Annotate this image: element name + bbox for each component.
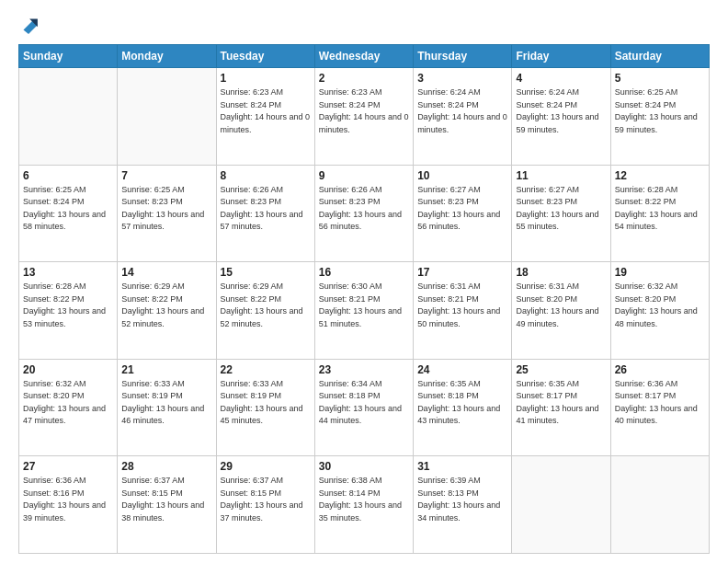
calendar-cell: 20Sunrise: 6:32 AMSunset: 8:20 PMDayligh… — [19, 359, 118, 456]
day-info: Sunrise: 6:27 AMSunset: 8:23 PMDaylight:… — [417, 184, 507, 234]
calendar-week-3: 20Sunrise: 6:32 AMSunset: 8:20 PMDayligh… — [19, 359, 710, 456]
calendar-cell: 24Sunrise: 6:35 AMSunset: 8:18 PMDayligh… — [414, 359, 512, 456]
day-info: Sunrise: 6:26 AMSunset: 8:23 PMDaylight:… — [221, 184, 311, 234]
calendar-cell: 7Sunrise: 6:25 AMSunset: 8:23 PMDaylight… — [118, 165, 216, 262]
calendar-header-friday: Friday — [512, 45, 610, 68]
day-number: 29 — [221, 460, 311, 473]
calendar-cell: 4Sunrise: 6:24 AMSunset: 8:24 PMDaylight… — [512, 68, 610, 166]
calendar-cell — [512, 456, 610, 554]
calendar-cell: 9Sunrise: 6:26 AMSunset: 8:23 PMDaylight… — [314, 165, 413, 262]
logo-icon — [18, 15, 39, 35]
calendar-header-sunday: Sunday — [19, 45, 118, 68]
calendar-header-tuesday: Tuesday — [216, 45, 314, 68]
day-number: 21 — [121, 363, 211, 376]
calendar-cell: 29Sunrise: 6:37 AMSunset: 8:15 PMDayligh… — [216, 456, 314, 554]
day-number: 13 — [23, 266, 113, 279]
day-info: Sunrise: 6:29 AMSunset: 8:22 PMDaylight:… — [221, 281, 311, 330]
day-info: Sunrise: 6:31 AMSunset: 8:21 PMDaylight:… — [417, 281, 507, 330]
day-info: Sunrise: 6:24 AMSunset: 8:24 PMDaylight:… — [417, 86, 507, 136]
day-info: Sunrise: 6:36 AMSunset: 8:16 PMDaylight:… — [23, 475, 113, 524]
calendar-cell: 22Sunrise: 6:33 AMSunset: 8:19 PMDayligh… — [216, 359, 314, 456]
day-info: Sunrise: 6:28 AMSunset: 8:22 PMDaylight:… — [615, 184, 705, 234]
calendar-week-4: 27Sunrise: 6:36 AMSunset: 8:16 PMDayligh… — [19, 456, 710, 554]
day-number: 31 — [417, 460, 507, 473]
day-info: Sunrise: 6:32 AMSunset: 8:20 PMDaylight:… — [23, 378, 113, 428]
calendar-header-monday: Monday — [118, 45, 216, 68]
calendar-cell: 18Sunrise: 6:31 AMSunset: 8:20 PMDayligh… — [512, 262, 610, 360]
calendar-cell: 28Sunrise: 6:37 AMSunset: 8:15 PMDayligh… — [118, 456, 216, 554]
day-info: Sunrise: 6:28 AMSunset: 8:22 PMDaylight:… — [23, 281, 113, 330]
day-number: 19 — [615, 266, 705, 279]
day-number: 23 — [319, 363, 409, 376]
day-number: 8 — [221, 169, 311, 182]
calendar-week-0: 1Sunrise: 6:23 AMSunset: 8:24 PMDaylight… — [19, 68, 710, 166]
day-number: 30 — [319, 460, 409, 473]
day-number: 7 — [121, 169, 211, 182]
day-number: 25 — [516, 363, 606, 376]
calendar-cell — [610, 456, 709, 554]
calendar-cell: 5Sunrise: 6:25 AMSunset: 8:24 PMDaylight… — [610, 68, 709, 166]
calendar-cell: 12Sunrise: 6:28 AMSunset: 8:22 PMDayligh… — [610, 165, 709, 262]
day-info: Sunrise: 6:37 AMSunset: 8:15 PMDaylight:… — [221, 475, 311, 524]
calendar-week-1: 6Sunrise: 6:25 AMSunset: 8:24 PMDaylight… — [19, 165, 710, 262]
day-number: 26 — [615, 363, 705, 376]
calendar-cell: 21Sunrise: 6:33 AMSunset: 8:19 PMDayligh… — [118, 359, 216, 456]
day-info: Sunrise: 6:25 AMSunset: 8:24 PMDaylight:… — [23, 184, 113, 234]
day-number: 12 — [615, 169, 705, 182]
calendar-cell — [19, 68, 118, 166]
day-info: Sunrise: 6:26 AMSunset: 8:23 PMDaylight:… — [319, 184, 409, 234]
day-info: Sunrise: 6:25 AMSunset: 8:24 PMDaylight:… — [615, 86, 705, 136]
calendar-table: SundayMondayTuesdayWednesdayThursdayFrid… — [18, 44, 710, 554]
day-number: 10 — [417, 169, 507, 182]
day-info: Sunrise: 6:33 AMSunset: 8:19 PMDaylight:… — [221, 378, 311, 428]
day-info: Sunrise: 6:31 AMSunset: 8:20 PMDaylight:… — [516, 281, 606, 330]
day-info: Sunrise: 6:30 AMSunset: 8:21 PMDaylight:… — [319, 281, 409, 330]
day-info: Sunrise: 6:25 AMSunset: 8:23 PMDaylight:… — [121, 184, 211, 234]
calendar-cell: 11Sunrise: 6:27 AMSunset: 8:23 PMDayligh… — [512, 165, 610, 262]
calendar-header-wednesday: Wednesday — [314, 45, 413, 68]
day-info: Sunrise: 6:24 AMSunset: 8:24 PMDaylight:… — [516, 86, 606, 136]
calendar-cell: 13Sunrise: 6:28 AMSunset: 8:22 PMDayligh… — [19, 262, 118, 360]
day-number: 2 — [319, 72, 409, 85]
calendar-cell: 25Sunrise: 6:35 AMSunset: 8:17 PMDayligh… — [512, 359, 610, 456]
page: SundayMondayTuesdayWednesdayThursdayFrid… — [0, 0, 728, 563]
calendar-cell: 16Sunrise: 6:30 AMSunset: 8:21 PMDayligh… — [314, 262, 413, 360]
calendar-cell: 19Sunrise: 6:32 AMSunset: 8:20 PMDayligh… — [610, 262, 709, 360]
calendar-header-row: SundayMondayTuesdayWednesdayThursdayFrid… — [19, 45, 710, 68]
day-number: 16 — [319, 266, 409, 279]
calendar-cell: 2Sunrise: 6:23 AMSunset: 8:24 PMDaylight… — [314, 68, 413, 166]
day-number: 17 — [417, 266, 507, 279]
day-info: Sunrise: 6:36 AMSunset: 8:17 PMDaylight:… — [615, 378, 705, 428]
calendar-cell: 6Sunrise: 6:25 AMSunset: 8:24 PMDaylight… — [19, 165, 118, 262]
day-info: Sunrise: 6:32 AMSunset: 8:20 PMDaylight:… — [615, 281, 705, 330]
calendar-cell: 8Sunrise: 6:26 AMSunset: 8:23 PMDaylight… — [216, 165, 314, 262]
calendar-cell: 30Sunrise: 6:38 AMSunset: 8:14 PMDayligh… — [314, 456, 413, 554]
day-info: Sunrise: 6:35 AMSunset: 8:18 PMDaylight:… — [417, 378, 507, 428]
day-number: 15 — [221, 266, 311, 279]
day-number: 28 — [121, 460, 211, 473]
header — [18, 15, 710, 35]
day-number: 3 — [417, 72, 507, 85]
day-number: 4 — [516, 72, 606, 85]
calendar-week-2: 13Sunrise: 6:28 AMSunset: 8:22 PMDayligh… — [19, 262, 710, 360]
calendar-cell — [118, 68, 216, 166]
calendar-cell: 23Sunrise: 6:34 AMSunset: 8:18 PMDayligh… — [314, 359, 413, 456]
calendar-cell: 15Sunrise: 6:29 AMSunset: 8:22 PMDayligh… — [216, 262, 314, 360]
day-number: 14 — [121, 266, 211, 279]
day-info: Sunrise: 6:37 AMSunset: 8:15 PMDaylight:… — [121, 475, 211, 524]
calendar-cell: 26Sunrise: 6:36 AMSunset: 8:17 PMDayligh… — [610, 359, 709, 456]
day-number: 20 — [23, 363, 113, 376]
day-number: 6 — [23, 169, 113, 182]
day-number: 1 — [221, 72, 311, 85]
day-info: Sunrise: 6:38 AMSunset: 8:14 PMDaylight:… — [319, 475, 409, 524]
calendar-header-thursday: Thursday — [414, 45, 512, 68]
day-number: 24 — [417, 363, 507, 376]
calendar-cell: 17Sunrise: 6:31 AMSunset: 8:21 PMDayligh… — [414, 262, 512, 360]
day-info: Sunrise: 6:29 AMSunset: 8:22 PMDaylight:… — [121, 281, 211, 330]
calendar-cell: 27Sunrise: 6:36 AMSunset: 8:16 PMDayligh… — [19, 456, 118, 554]
calendar-cell: 14Sunrise: 6:29 AMSunset: 8:22 PMDayligh… — [118, 262, 216, 360]
calendar-cell: 31Sunrise: 6:39 AMSunset: 8:13 PMDayligh… — [414, 456, 512, 554]
day-number: 18 — [516, 266, 606, 279]
calendar-cell: 10Sunrise: 6:27 AMSunset: 8:23 PMDayligh… — [414, 165, 512, 262]
day-info: Sunrise: 6:35 AMSunset: 8:17 PMDaylight:… — [516, 378, 606, 428]
